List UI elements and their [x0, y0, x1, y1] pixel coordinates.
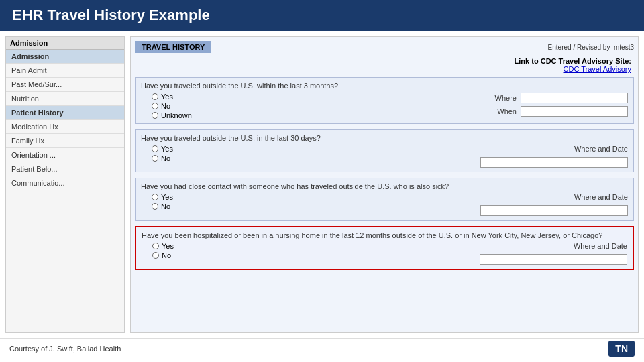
- radio-group-2: YesNo: [152, 145, 173, 162]
- question-block-2: Have you traveled outside the U.S. in th…: [135, 129, 634, 172]
- entered-by: Entered / Revised by mtest3: [548, 44, 634, 51]
- main-content: Admission AdmissionPain AdmitPast Med/Su…: [0, 31, 644, 338]
- sidebar-item-medication-hx[interactable]: Medication Hx: [6, 120, 124, 134]
- radio-option-yes[interactable]: Yes: [152, 193, 173, 201]
- radio-group-3: YesNo: [152, 193, 173, 210]
- radio-option-yes[interactable]: Yes: [152, 93, 192, 101]
- radio-group-4: YesNo: [152, 242, 174, 259]
- radio-circle: [152, 145, 158, 152]
- question-text-2: Have you traveled outside the U.S. in th…: [141, 134, 628, 142]
- sidebar-header: Admission: [6, 37, 124, 50]
- page-title: EHR Travel History Example: [12, 7, 210, 23]
- field-input-when[interactable]: [521, 106, 628, 117]
- cdc-label: Link to CDC Travel Advisory Site:: [515, 57, 631, 65]
- sidebar-item-family-hx[interactable]: Family Hx: [6, 134, 124, 148]
- field-input-where[interactable]: [521, 93, 628, 103]
- question-block-1: Have you traveled outside the U.S. withi…: [135, 77, 634, 124]
- questions-container: Have you traveled outside the U.S. withi…: [135, 77, 634, 270]
- field-input-where-date[interactable]: [480, 254, 627, 265]
- radio-option-yes[interactable]: Yes: [152, 242, 174, 250]
- radio-circle: [152, 252, 159, 259]
- travel-history-panel: TRAVEL HISTORY Entered / Revised by mtes…: [130, 36, 639, 333]
- field-input-where-date[interactable]: [480, 205, 628, 216]
- field-label-where-date: Where and Date: [480, 145, 628, 153]
- field-label-where-date: Where and Date: [480, 242, 627, 250]
- sidebar-item-past-medsur[interactable]: Past Med/Sur...: [6, 78, 124, 92]
- radio-option-unknown[interactable]: Unknown: [152, 111, 192, 119]
- radio-option-no[interactable]: No: [152, 102, 192, 110]
- radio-option-no[interactable]: No: [152, 154, 173, 162]
- radio-option-yes[interactable]: Yes: [152, 145, 173, 153]
- question-text-3: Have you had close contact with someone …: [141, 182, 628, 190]
- radio-option-no[interactable]: No: [152, 202, 173, 210]
- radio-circle: [152, 155, 158, 162]
- question-block-4: Have you been hospitalized or been in a …: [135, 226, 634, 270]
- question-text-4: Have you been hospitalized or been in a …: [142, 231, 627, 239]
- page-header: EHR Travel History Example: [0, 0, 644, 31]
- question-text-1: Have you traveled outside the U.S. withi…: [141, 82, 628, 90]
- sidebar-item-orientation-[interactable]: Orientation ...: [6, 148, 124, 162]
- radio-circle: [152, 103, 158, 109]
- field-label-where: Where: [495, 94, 517, 102]
- radio-circle: [152, 112, 158, 119]
- cdc-travel-advisory-link[interactable]: CDC Travel Advisory: [564, 65, 631, 73]
- question-block-3: Have you had close contact with someone …: [135, 178, 634, 221]
- field-input-where-date[interactable]: [480, 157, 628, 168]
- sidebar-item-patient-belo[interactable]: Patient Belo...: [6, 162, 124, 176]
- panel-top-bar: TRAVEL HISTORY Entered / Revised by mtes…: [135, 41, 634, 53]
- courtesy-text: Courtesy of J. Swift, Ballad Health: [9, 345, 121, 353]
- field-label-when: When: [497, 107, 517, 115]
- radio-group-1: YesNoUnknown: [152, 93, 192, 119]
- field-label-where-date: Where and Date: [480, 193, 628, 201]
- sidebar-item-admission[interactable]: Admission: [6, 50, 124, 64]
- radio-option-no[interactable]: No: [152, 251, 174, 259]
- radio-circle: [152, 243, 159, 249]
- sidebar: Admission AdmissionPain AdmitPast Med/Su…: [5, 36, 125, 333]
- footer: Courtesy of J. Swift, Ballad Health TN: [0, 338, 644, 358]
- sidebar-item-nutrition[interactable]: Nutrition: [6, 92, 124, 106]
- sidebar-item-communicatio[interactable]: Communicatio...: [6, 176, 124, 190]
- panel-title: TRAVEL HISTORY: [135, 41, 211, 53]
- tn-badge: TN: [608, 341, 635, 357]
- radio-circle: [152, 194, 158, 200]
- sidebar-item-pain-admit[interactable]: Pain Admit: [6, 64, 124, 78]
- cdc-section: Link to CDC Travel Advisory Site: CDC Tr…: [135, 57, 634, 73]
- radio-circle: [152, 93, 158, 100]
- radio-circle: [152, 203, 158, 210]
- sidebar-item-patient-history[interactable]: Patient History: [6, 106, 124, 120]
